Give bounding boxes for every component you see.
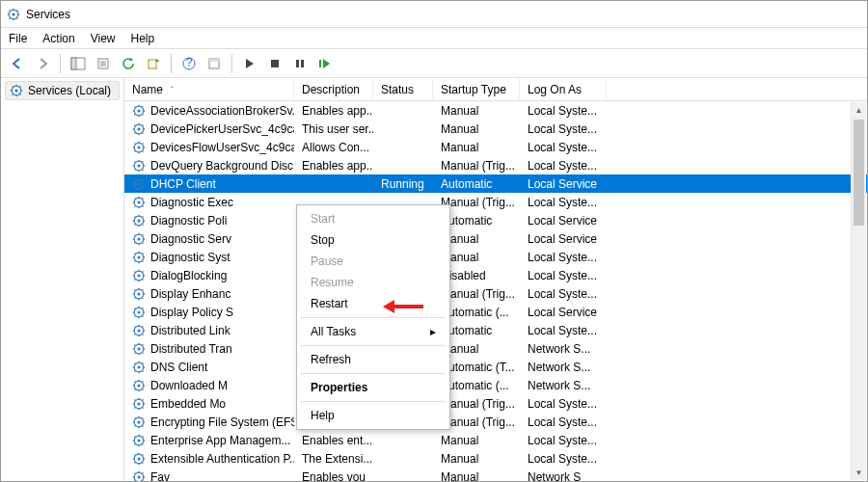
service-name: DevicesFlowUserSvc_4c9ca (150, 141, 294, 154)
service-startup: Manual (Trig... (433, 159, 520, 173)
service-logon: Local Syste... (520, 141, 607, 154)
service-description: Enables vou (294, 470, 373, 482)
svg-rect-22 (296, 60, 299, 67)
forward-button[interactable] (32, 53, 53, 74)
service-row[interactable]: FavEnables vouManualNetwork S (124, 468, 867, 481)
column-header-name[interactable]: Nameˆ (124, 78, 294, 100)
service-row[interactable]: DeviceAssociationBrokerSv...Enables app.… (124, 101, 867, 120)
ctx-refresh[interactable]: Refresh (297, 349, 449, 370)
services-list-pane: Nameˆ Description Status Startup Type Lo… (124, 78, 867, 481)
service-logon: Network S (520, 470, 607, 482)
service-gear-icon (132, 361, 146, 374)
ctx-properties[interactable]: Properties (297, 377, 449, 398)
service-logon: Local Service (520, 177, 607, 191)
menu-action[interactable]: Action (42, 32, 74, 45)
service-gear-icon (132, 324, 146, 337)
refresh-button[interactable] (118, 53, 139, 74)
service-name: Embedded Mo (150, 397, 226, 411)
service-row[interactable]: DevicesFlowUserSvc_4c9caAllows Con...Man… (124, 138, 867, 156)
context-menu: StartStopPauseResumeRestartAll Tasks▸Ref… (296, 204, 450, 430)
service-description: This user ser... (294, 122, 373, 136)
toolbar: ? (1, 49, 867, 78)
service-gear-icon (132, 415, 146, 429)
service-startup: Automatic (433, 177, 520, 191)
service-name: Distributed Tran (150, 342, 232, 356)
service-row[interactable]: DevicePickerUserSvc_4c9caThis user ser..… (124, 120, 867, 138)
svg-rect-20 (209, 59, 219, 62)
ctx-stop[interactable]: Stop (297, 229, 449, 251)
service-row[interactable]: DHCP ClientRunningAutomaticLocal Service (124, 174, 867, 193)
service-name: Diagnostic Syst (150, 251, 231, 264)
service-row[interactable]: Diagnostic PoliRunningAutomaticLocal Ser… (124, 211, 867, 229)
service-row[interactable]: Extensible Authentication P...The Extens… (124, 449, 867, 468)
service-gear-icon (132, 196, 146, 209)
stop-service-button[interactable] (264, 53, 285, 74)
service-startup: Manual (433, 452, 520, 466)
service-gear-icon (132, 177, 146, 191)
service-logon: Local Syste... (520, 269, 607, 282)
ctx-help[interactable]: Help (297, 405, 449, 426)
service-row[interactable]: Encrypting File System (EFS)Provides th.… (124, 413, 867, 431)
service-row[interactable]: DNS ClientRunningAutomatic (T...Network … (124, 358, 867, 376)
service-logon: Local Syste... (520, 397, 607, 411)
service-row[interactable]: Display Policy SRunningAutomatic (...Loc… (124, 303, 867, 321)
service-row[interactable]: Distributed TranRunningManualNetwork S..… (124, 339, 867, 358)
menubar: File Action View Help (1, 28, 867, 49)
column-header-startup[interactable]: Startup Type (433, 78, 520, 100)
service-row[interactable]: Display EnhancManual (Trig...Local Syste… (124, 284, 867, 303)
column-header-status[interactable]: Status (373, 78, 433, 100)
action-button[interactable] (203, 53, 225, 74)
service-row[interactable]: DialogBlockingDisabledLocal Syste... (124, 266, 867, 284)
ctx-all-tasks[interactable]: All Tasks▸ (297, 321, 449, 342)
tree-node-services-local[interactable]: Services (Local) (5, 81, 120, 100)
submenu-arrow-icon: ▸ (430, 325, 436, 338)
service-description: Enables ent... (294, 434, 373, 447)
service-name: Diagnostic Serv (150, 232, 231, 246)
service-row[interactable]: Enterprise App Managem...Enables ent...M… (124, 431, 867, 449)
services-list[interactable]: DeviceAssociationBrokerSv...Enables app.… (124, 101, 867, 481)
svg-rect-21 (271, 60, 279, 67)
start-service-button[interactable] (239, 53, 260, 74)
export-list-button[interactable] (143, 53, 164, 74)
service-row[interactable]: Embedded MoManual (Trig...Local Syste... (124, 394, 867, 413)
menu-help[interactable]: Help (131, 32, 155, 45)
service-row[interactable]: Diagnostic ServManualLocal Service (124, 229, 867, 248)
service-name: DeviceAssociationBrokerSv... (150, 104, 294, 118)
pause-service-button[interactable] (289, 53, 311, 74)
service-startup: Manual (433, 470, 520, 482)
toolbar-separator (171, 54, 172, 73)
menu-file[interactable]: File (9, 32, 27, 45)
ctx-pause: Pause (297, 251, 449, 272)
service-gear-icon (132, 287, 146, 301)
restart-service-button[interactable] (314, 53, 336, 74)
scroll-up-button[interactable]: ▲ (852, 102, 866, 118)
scroll-down-button[interactable]: ▼ (852, 465, 866, 480)
column-header-description[interactable]: Description (294, 78, 373, 100)
service-logon: Network S... (520, 361, 607, 374)
properties-button[interactable] (93, 53, 114, 74)
vertical-scrollbar[interactable]: ▲ ▼ (851, 102, 866, 480)
ctx-start: Start (297, 208, 449, 229)
help-button[interactable]: ? (178, 53, 200, 74)
service-status: Running (373, 177, 433, 191)
service-name: Enterprise App Managem... (150, 434, 290, 447)
show-hide-tree-button[interactable] (68, 53, 89, 74)
column-header-logon[interactable]: Log On As (520, 78, 607, 100)
service-startup: Manual (433, 104, 520, 118)
service-row[interactable]: Diagnostic ExecManual (Trig...Local Syst… (124, 193, 867, 211)
service-row[interactable]: DevQuery Background Disc...Enables app..… (124, 156, 867, 174)
service-row[interactable]: Diagnostic SystRunningManualLocal Syste.… (124, 248, 867, 266)
service-gear-icon (132, 379, 146, 392)
service-description: Enables app... (294, 159, 373, 173)
service-logon: Network S... (520, 342, 607, 356)
service-startup: Manual (433, 141, 520, 154)
back-button[interactable] (7, 53, 28, 74)
service-logon: Network S... (520, 379, 607, 392)
service-description: Enables app... (294, 104, 373, 118)
menu-view[interactable]: View (91, 32, 116, 45)
service-gear-icon (132, 434, 146, 447)
scrollbar-thumb[interactable] (854, 120, 864, 226)
ctx-restart[interactable]: Restart (297, 293, 449, 314)
service-row[interactable]: Distributed LinkRunningAutomaticLocal Sy… (124, 321, 867, 339)
service-row[interactable]: Downloaded MAutomatic (...Network S... (124, 376, 867, 394)
